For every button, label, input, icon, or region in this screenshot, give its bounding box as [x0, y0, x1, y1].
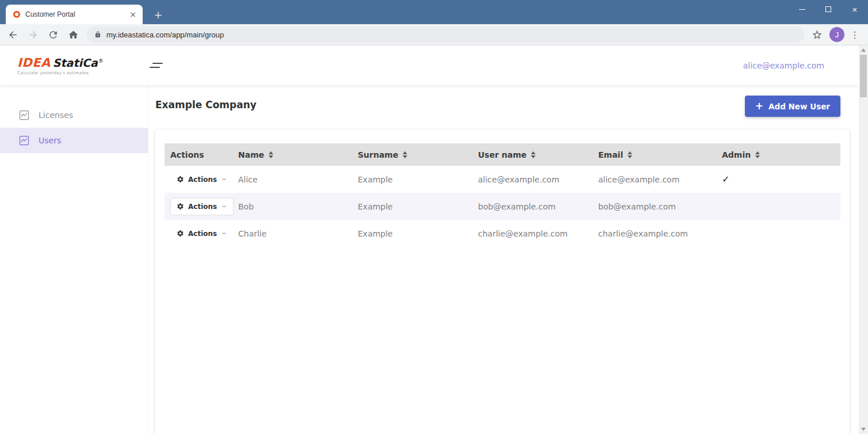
sidebar-item-licenses[interactable]: Licenses — [0, 102, 148, 128]
cell-email: alice@example.com — [598, 175, 722, 184]
column-header-admin[interactable]: Admin — [722, 150, 840, 159]
forward-button[interactable] — [25, 27, 40, 42]
cell-surname: Example — [358, 229, 478, 238]
row-actions-button[interactable]: Actions — [170, 171, 234, 188]
sort-icon[interactable] — [628, 151, 632, 158]
cell-surname: Example — [358, 175, 478, 184]
idea-statica-logo: IDEA StatiCa ® Calculate yesterday's est… — [17, 56, 104, 75]
scrollbar-up-icon[interactable] — [861, 48, 866, 52]
column-label: Admin — [722, 150, 751, 159]
chart-icon — [18, 109, 30, 121]
titlebar: Customer Portal × + × — [0, 0, 868, 24]
column-header-email[interactable]: Email — [598, 150, 722, 159]
sort-icon[interactable] — [755, 151, 760, 158]
cell-username: charlie@example.com — [478, 229, 598, 238]
cell-name: Alice — [238, 175, 358, 184]
plus-icon: + — [755, 101, 763, 111]
home-icon — [68, 29, 79, 40]
chart-icon — [18, 135, 30, 146]
back-arrow-icon — [7, 29, 18, 40]
lock-icon[interactable] — [94, 31, 101, 38]
add-new-user-label: Add New User — [768, 102, 830, 111]
add-new-user-button[interactable]: + Add New User — [745, 96, 840, 117]
sidebar: Licenses Users — [0, 85, 148, 434]
cell-name: Bob — [238, 202, 358, 211]
browser-tab[interactable]: Customer Portal × — [6, 5, 143, 24]
column-header-surname[interactable]: Surname — [358, 150, 478, 159]
logged-in-user-email[interactable]: alice@example.com — [743, 61, 824, 70]
maximize-icon — [825, 6, 831, 12]
refresh-icon — [48, 29, 59, 40]
cell-username: bob@example.com — [478, 202, 598, 211]
page-scrollbar[interactable] — [859, 45, 868, 434]
refresh-button[interactable] — [45, 27, 60, 42]
cell-surname: Example — [358, 202, 478, 211]
new-tab-button[interactable]: + — [151, 7, 166, 21]
url-text: my.ideastatica.com/app/main/group — [106, 31, 224, 39]
site-favicon-icon — [13, 11, 20, 18]
gear-icon — [177, 230, 184, 237]
bookmark-star-button[interactable] — [810, 28, 824, 41]
browser-window: Customer Portal × + × my.ideastatica.com… — [0, 0, 868, 434]
minimize-icon — [799, 9, 805, 10]
chevron-down-icon — [221, 230, 227, 237]
users-table-card: Actions Name Surname User name — [155, 130, 850, 434]
column-header-username[interactable]: User name — [478, 150, 598, 159]
window-controls: × — [789, 0, 868, 18]
gear-icon — [177, 203, 184, 210]
hamburger-icon — [150, 67, 160, 68]
column-header-actions: Actions — [165, 150, 238, 159]
page-content: IDEA StatiCa ® Calculate yesterday's est… — [0, 45, 868, 434]
menu-toggle-button[interactable] — [150, 63, 163, 68]
column-label: User name — [478, 150, 526, 159]
table-row: Actions Bob Example bob@example.com bob@… — [165, 193, 840, 220]
cell-email: charlie@example.com — [598, 229, 722, 238]
cell-username: alice@example.com — [478, 175, 598, 184]
sort-icon[interactable] — [269, 151, 273, 158]
page-title: Example Company — [155, 99, 257, 111]
maximize-button[interactable] — [815, 0, 842, 18]
address-bar[interactable]: my.ideastatica.com/app/main/group — [86, 26, 804, 43]
table-header-row: Actions Name Surname User name — [165, 143, 840, 166]
actions-label: Actions — [188, 176, 217, 184]
logo-statica-text: StatiCa — [53, 56, 98, 69]
registered-mark: ® — [98, 58, 104, 64]
admin-check-icon: ✓ — [722, 174, 729, 185]
main-content: Example Company + Add New User Actions N… — [148, 85, 859, 434]
cell-email: bob@example.com — [598, 202, 722, 211]
back-button[interactable] — [5, 27, 20, 42]
chevron-down-icon — [221, 176, 227, 182]
forward-arrow-icon — [28, 29, 39, 40]
app-header: IDEA StatiCa ® Calculate yesterday's est… — [0, 45, 859, 85]
scrollbar-down-icon[interactable] — [861, 428, 866, 431]
sidebar-item-label: Licenses — [39, 111, 73, 120]
close-window-button[interactable]: × — [842, 0, 868, 18]
row-actions-button[interactable]: Actions — [170, 198, 234, 215]
sort-icon[interactable] — [403, 151, 407, 158]
sort-icon[interactable] — [531, 151, 536, 158]
column-label: Actions — [170, 150, 204, 159]
logo-tagline: Calculate yesterday's estimates — [17, 71, 104, 75]
actions-label: Actions — [188, 230, 217, 238]
browser-profile-avatar[interactable]: J — [829, 27, 844, 42]
table-row: Actions Charlie Example charlie@example.… — [165, 220, 840, 247]
gear-icon — [177, 176, 184, 183]
tab-close-icon[interactable]: × — [128, 9, 138, 20]
cell-name: Charlie — [238, 229, 358, 238]
column-label: Surname — [358, 150, 398, 159]
home-button[interactable] — [66, 27, 81, 42]
hamburger-icon — [152, 63, 163, 64]
column-header-name[interactable]: Name — [238, 150, 358, 159]
browser-menu-button[interactable]: ⋮ — [850, 29, 859, 40]
actions-label: Actions — [188, 203, 217, 211]
row-actions-button[interactable]: Actions — [170, 225, 234, 242]
sidebar-item-label: Users — [39, 136, 61, 145]
tab-title: Customer Portal — [25, 10, 128, 18]
sidebar-item-users[interactable]: Users — [0, 128, 148, 153]
minimize-button[interactable] — [789, 0, 815, 18]
column-label: Email — [598, 150, 623, 159]
logo-idea-text: IDEA — [17, 56, 51, 70]
table-row: Actions Alice Example alice@example.com … — [165, 166, 840, 193]
scrollbar-thumb[interactable] — [860, 55, 867, 97]
browser-toolbar: my.ideastatica.com/app/main/group J ⋮ — [0, 24, 868, 45]
